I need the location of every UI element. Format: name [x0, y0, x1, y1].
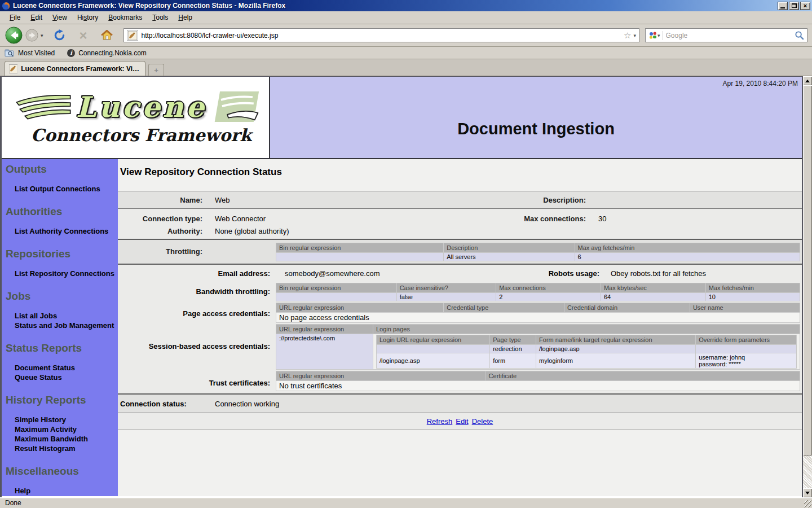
sidebar-link-list-repository-connections[interactable]: List Repository Connections — [2, 269, 118, 278]
cell-url-regexp: ://protectedsite\.com — [276, 334, 373, 370]
menu-view[interactable]: View — [47, 12, 72, 23]
bookmark-most-visited[interactable]: Most Visited — [5, 49, 55, 57]
restore-button[interactable] — [789, 2, 799, 10]
bookmark-nokia[interactable]: i Connecting.Nokia.com — [67, 49, 147, 57]
sidebar-link-result-histogram[interactable]: Result Histogram — [2, 444, 118, 453]
back-button[interactable] — [5, 26, 23, 45]
authority-value: None (global authority) — [202, 225, 445, 238]
new-tab-button[interactable]: + — [148, 64, 164, 76]
back-history-dropdown-icon[interactable]: ▾ — [41, 33, 43, 38]
menu-bar: File Edit View History Bookmarks Tools H… — [0, 11, 812, 24]
sidebar-link-help[interactable]: Help — [2, 486, 118, 496]
row-web-connector-details: Email address: somebody@somewhere.com Ro… — [118, 264, 802, 393]
row-name-description: Name: Web Description: — [118, 191, 802, 208]
sidebar-link-list-output-connections[interactable]: List Output Connections — [2, 184, 118, 194]
sidebar-section-status-reports: Status Reports Document Status Queue Sta… — [2, 341, 118, 382]
bookmark-label: Most Visited — [18, 49, 55, 57]
page-viewport: Lucene Connectors Framework Apr — [0, 76, 812, 497]
cell-max-connections: 2 — [496, 293, 601, 301]
search-engine-dropdown-icon[interactable]: ▾ — [657, 33, 660, 38]
home-button[interactable] — [100, 28, 114, 43]
column-header: Max connections — [496, 283, 601, 293]
page-access-label: Page access credentials: — [118, 303, 270, 323]
sidebar-link-simple-history[interactable]: Simple History — [2, 415, 118, 424]
info-icon: i — [67, 49, 75, 57]
empty-message: No page access credentials — [276, 313, 800, 323]
cell-description: All servers — [444, 253, 575, 261]
firefox-icon — [2, 2, 10, 10]
cell-override — [696, 345, 797, 353]
scrollbar-thumb[interactable] — [803, 85, 812, 456]
cell-login-url: /loginpage.asp — [377, 353, 490, 369]
column-header: User name — [690, 303, 800, 313]
logo-subtitle: Connectors Framework — [31, 125, 269, 145]
sidebar-link-status-job-management[interactable]: Status and Job Management — [2, 321, 118, 330]
column-header: Override form parameters — [696, 335, 797, 345]
cell-case-insensitive: false — [396, 293, 496, 301]
table-row: /loginpage.asp form myloginform username… — [377, 353, 797, 369]
minimize-icon — [780, 7, 785, 8]
bandwidth-label: Bandwidth throttling: — [118, 283, 270, 301]
sidebar-link-list-authority-connections[interactable]: List Authority Connections — [2, 226, 118, 236]
row-email-robots: Email address: somebody@somewhere.com Ro… — [118, 269, 802, 282]
minimize-button[interactable] — [778, 2, 788, 10]
browser-window: Lucene Connectors Framework: View Reposi… — [0, 0, 812, 508]
refresh-link[interactable]: Refresh — [427, 417, 453, 426]
sidebar-section-title: History Reports — [2, 393, 118, 407]
robots-label: Robots usage: — [445, 269, 599, 278]
scroll-up-button[interactable] — [803, 76, 812, 85]
url-dropdown-icon[interactable]: ▾ — [633, 33, 636, 38]
sidebar-link-list-all-jobs[interactable]: List all Jobs — [2, 311, 118, 321]
bookmarks-toolbar: Most Visited i Connecting.Nokia.com — [0, 47, 812, 59]
page-access-table: URL regular expression Credential type C… — [276, 303, 800, 323]
column-header: Form name/link target regular expression — [536, 335, 696, 345]
stop-button[interactable]: × — [76, 28, 91, 43]
main-content: View Repository Connection Status Name: … — [118, 159, 802, 496]
vertical-scrollbar[interactable] — [803, 76, 812, 497]
edit-link[interactable]: Edit — [456, 417, 468, 426]
sidebar-link-queue-status[interactable]: Queue Status — [2, 373, 118, 382]
resize-grip[interactable] — [804, 500, 811, 507]
sidebar-section-history-reports: History Reports Simple History Maximum A… — [2, 393, 118, 453]
sidebar-link-maximum-activity[interactable]: Maximum Activity — [2, 424, 118, 434]
tab-active[interactable]: Lucene Connectors Framework: View... — [5, 61, 145, 76]
bookmark-star-icon[interactable]: ☆ — [624, 30, 631, 41]
close-button[interactable]: × — [800, 2, 810, 10]
cell-login-url — [377, 345, 490, 353]
column-header: Max avg fetches/min — [575, 243, 800, 253]
menu-tools[interactable]: Tools — [147, 12, 173, 23]
menu-file[interactable]: File — [5, 12, 25, 23]
row-actions: RefreshEditDelete — [118, 413, 802, 430]
home-icon — [101, 30, 113, 41]
sidebar-link-maximum-bandwidth[interactable]: Maximum Bandwidth — [2, 434, 118, 444]
sidebar-section-miscellaneous: Miscellaneous Help — [2, 465, 118, 496]
url-bar[interactable]: ☆ ▾ — [123, 28, 639, 42]
restore-icon — [792, 3, 797, 8]
logo-document-icon — [213, 90, 260, 123]
scroll-down-button[interactable] — [803, 488, 812, 497]
authority-label: Authority: — [118, 225, 202, 238]
column-header: Page type — [490, 335, 536, 345]
menu-help[interactable]: Help — [173, 12, 197, 23]
search-input[interactable] — [666, 32, 795, 40]
session-access-label: Session-based access credentials: — [118, 324, 270, 370]
reload-button[interactable] — [52, 28, 67, 43]
menu-bookmarks[interactable]: Bookmarks — [103, 12, 147, 23]
search-bar[interactable]: ▾ — [645, 28, 807, 42]
page-header: Lucene Connectors Framework Apr — [2, 77, 802, 159]
menu-edit[interactable]: Edit — [25, 12, 47, 23]
robots-value: Obey robots.txt for all fetches — [599, 269, 802, 278]
url-input[interactable] — [142, 32, 621, 40]
row-bandwidth-throttling: Bandwidth throttling: Bin regular expres… — [118, 283, 802, 301]
search-icon[interactable] — [795, 30, 804, 40]
column-header: URL regular expression — [276, 371, 486, 381]
column-header: Credential type — [444, 303, 564, 313]
column-header: Bin regular expression — [276, 283, 397, 293]
forward-button[interactable] — [25, 28, 39, 42]
menu-history[interactable]: History — [72, 12, 103, 23]
email-label: Email address: — [118, 269, 270, 278]
sidebar-link-document-status[interactable]: Document Status — [2, 363, 118, 373]
throttling-label: Throttling: — [118, 240, 202, 264]
bandwidth-table: Bin regular expression Case insensitive?… — [276, 283, 800, 301]
delete-link[interactable]: Delete — [472, 417, 493, 426]
